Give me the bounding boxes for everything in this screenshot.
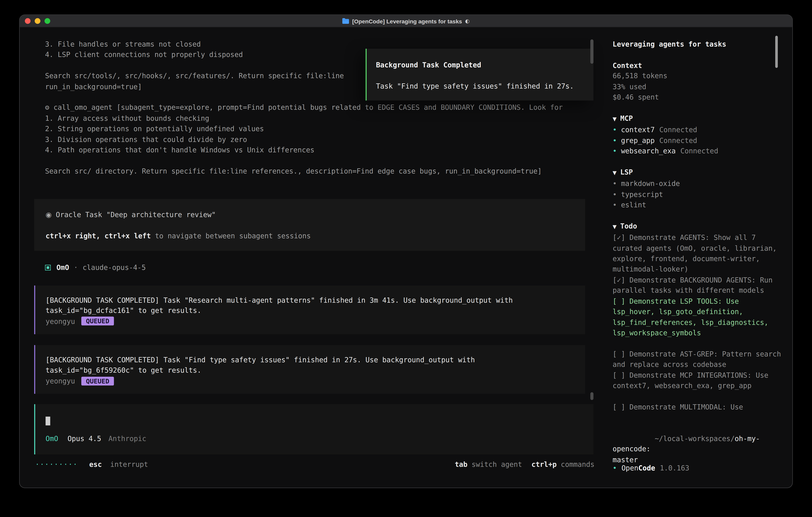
close-window-button[interactable] xyxy=(25,18,31,24)
mcp-item: •grep_appConnected xyxy=(613,135,783,145)
gear-icon: ⚙ xyxy=(45,103,49,112)
progress-dots: ········· xyxy=(35,460,78,468)
tool-call-footer: Search src/ directory. Return specific f… xyxy=(20,166,605,176)
tool-call-line: 2. String operations on potentially unde… xyxy=(20,124,605,134)
oracle-task-title: ◉Oracle Task "Deep architecture review" xyxy=(46,210,575,220)
titlebar[interactable]: [OpenCode] Leveraging agents for tasks ◐ xyxy=(20,15,792,27)
status-left: ········· esc interrupt xyxy=(35,459,148,470)
chevron-down-icon: ▼ xyxy=(613,116,617,122)
message-text: [BACKGROUND TASK COMPLETED] Task "Find t… xyxy=(46,354,575,365)
lsp-item: •typescript xyxy=(613,189,783,199)
bullet-icon: • xyxy=(613,189,617,199)
message-author: yeongyu xyxy=(46,376,75,386)
message-text: [BACKGROUND TASK COMPLETED] Task "Resear… xyxy=(46,295,575,305)
folder-icon xyxy=(342,18,349,24)
navigation-hint: ctrl+x right, ctrl+x left to navigate be… xyxy=(46,230,575,241)
context-spent: $0.46 spent xyxy=(613,92,783,102)
zoom-window-button[interactable] xyxy=(45,18,50,24)
window-title-text: [OpenCode] Leveraging agents for tasks xyxy=(352,18,462,24)
todo-item: [ ] Demonstrate MULTIMODAL: Use xyxy=(613,402,783,412)
status-right: tab switch agent ctrl+p commands xyxy=(455,459,594,470)
tool-call-line: 3. Division operations that could divide… xyxy=(20,134,605,144)
lsp-item: •eslint xyxy=(613,199,783,210)
message-text: task_id="bg_dcfac161" to get results. xyxy=(46,305,575,316)
tool-call-line: 1. Array access without bounds checking xyxy=(20,113,605,124)
agent-header: OmO · claude-opus-4-5 xyxy=(45,263,605,273)
mcp-heading[interactable]: ▼MCP xyxy=(613,113,783,125)
chevron-down-icon: ▼ xyxy=(613,224,617,229)
window-title: [OpenCode] Leveraging agents for tasks ◐ xyxy=(342,18,469,24)
main-scrollbar-thumb[interactable] xyxy=(590,39,593,64)
workspace-path: ~/local-workspaces/oh-my-opencode:master xyxy=(613,423,783,486)
lsp-item: •markdown-oxide xyxy=(613,178,783,189)
chevron-down-icon: ▼ xyxy=(613,170,617,176)
message-block: [BACKGROUND TASK COMPLETED] Task "Resear… xyxy=(34,285,585,334)
bullet-icon: • xyxy=(613,145,617,156)
bullet-icon: • xyxy=(613,178,617,189)
input-agent-label: OmO xyxy=(46,433,58,444)
bullet-icon: • xyxy=(613,199,617,210)
input-model-label: Opus 4.5 xyxy=(67,433,101,444)
input-provider-label: Anthropic xyxy=(109,433,146,444)
context-heading: Context xyxy=(613,60,783,71)
todo-item: [✓] Demonstrate BACKGROUND AGENTS: Run p… xyxy=(613,274,783,296)
esc-key-hint: esc xyxy=(89,460,102,468)
context-tokens: 66,518 tokens xyxy=(613,71,783,81)
session-title: Leveraging agents for tasks xyxy=(613,39,783,49)
todo-item: [✓] Demonstrate AGENTS: Show all 7 curat… xyxy=(613,232,783,275)
mcp-item: •context7Connected xyxy=(613,125,783,135)
log-line: 3. File handles or streams not closed xyxy=(20,39,605,49)
window-controls xyxy=(25,15,50,27)
terminal-window: [OpenCode] Leveraging agents for tasks ◐… xyxy=(20,15,792,488)
agent-model: claude-opus-4-5 xyxy=(83,263,146,273)
message-author: yeongyu xyxy=(46,316,75,326)
sidebar-scrollbar-thumb[interactable] xyxy=(775,36,778,68)
tab-key-hint: tab xyxy=(455,459,467,470)
record-icon: ◉ xyxy=(46,211,52,219)
todo-item: [ ] Demonstrate MCP INTEGRATIONS: Use co… xyxy=(613,370,783,391)
agent-name: OmO xyxy=(57,263,69,273)
message-block: [BACKGROUND TASK COMPLETED] Task "Find t… xyxy=(34,345,585,394)
message-text: task_id="bg_6f59260c" to get results. xyxy=(46,365,575,376)
queued-badge: QUEUED xyxy=(81,317,114,326)
todo-list: [✓] Demonstrate AGENTS: Show all 7 curat… xyxy=(613,232,783,412)
desktop: [OpenCode] Leveraging agents for tasks ◐… xyxy=(0,0,812,517)
separator-dot: · xyxy=(74,263,78,273)
main-scrollbar-thumb[interactable] xyxy=(590,392,593,400)
agent-square-icon xyxy=(45,265,51,271)
spinner-icon: ◐ xyxy=(465,18,470,24)
toast-title: Background Task Completed xyxy=(376,60,586,70)
tool-call-header: ⚙ call_omo_agent [subagent_type=explore,… xyxy=(20,102,605,113)
prompt-input[interactable]: OmO Opus 4.5 Anthropic xyxy=(34,404,593,454)
bullet-icon: • xyxy=(613,462,617,473)
status-bar: ········· esc interrupt tab switch agent… xyxy=(20,459,605,470)
tool-call-line: 4. Path operations that don't handle Win… xyxy=(20,144,605,155)
minimize-window-button[interactable] xyxy=(35,18,40,24)
todo-item: [ ] Demonstrate AST-GREP: Pattern search… xyxy=(613,349,783,370)
todo-item: [ ] Demonstrate LSP TOOLS: Use lsp_hover… xyxy=(613,296,783,338)
todo-heading[interactable]: ▼Todo xyxy=(613,221,783,232)
bullet-icon: • xyxy=(613,125,617,135)
toast-body: Task "Find type safety issues" finished … xyxy=(376,81,586,91)
bullet-icon: • xyxy=(613,135,617,145)
mcp-item: •websearch_exaConnected xyxy=(613,145,783,156)
main-pane: 3. File handles or streams not closed 4.… xyxy=(20,27,605,488)
sidebar: Leveraging agents for tasks Context 66,5… xyxy=(605,27,792,488)
ctrlp-key-hint: ctrl+p xyxy=(531,459,557,470)
queued-badge: QUEUED xyxy=(81,377,114,385)
background-task-toast[interactable]: Background Task Completed Task "Find typ… xyxy=(366,49,593,101)
oracle-task-panel: ◉Oracle Task "Deep architecture review" … xyxy=(34,199,585,251)
lsp-heading[interactable]: ▼LSP xyxy=(613,167,783,178)
context-used: 33% used xyxy=(613,81,783,92)
app-version: • OpenCode 1.0.163 xyxy=(613,462,689,473)
text-cursor xyxy=(46,417,50,426)
